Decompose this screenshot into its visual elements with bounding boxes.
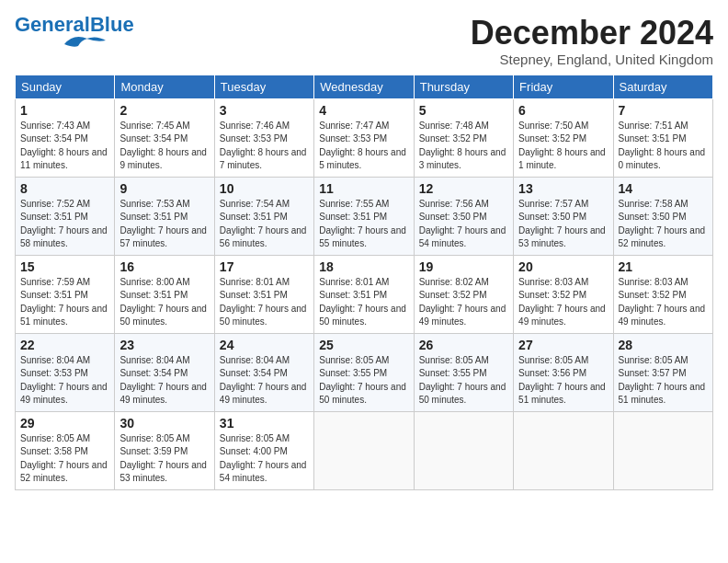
location: Stepney, England, United Kingdom — [471, 52, 713, 67]
day-number: 18 — [319, 259, 408, 274]
header-sunday: Sunday — [16, 75, 115, 98]
table-row: 11 Sunrise: 7:55 AM Sunset: 3:51 PM Dayl… — [314, 177, 414, 255]
table-row: 15 Sunrise: 7:59 AM Sunset: 3:51 PM Dayl… — [16, 255, 115, 333]
day-detail: Sunrise: 8:05 AM Sunset: 4:00 PM Dayligh… — [220, 432, 309, 486]
day-detail: Sunrise: 8:03 AM Sunset: 3:52 PM Dayligh… — [518, 276, 608, 329]
day-detail: Sunrise: 8:04 AM Sunset: 3:53 PM Dayligh… — [20, 354, 109, 408]
table-row: 27 Sunrise: 8:05 AM Sunset: 3:56 PM Dayl… — [514, 333, 613, 411]
calendar-table: Sunday Monday Tuesday Wednesday Thursday… — [15, 75, 713, 490]
day-number: 31 — [220, 416, 309, 431]
calendar-header-row: Sunday Monday Tuesday Wednesday Thursday… — [16, 75, 713, 98]
table-row: 23 Sunrise: 8:04 AM Sunset: 3:54 PM Dayl… — [115, 333, 214, 411]
day-number: 16 — [119, 259, 209, 274]
logo-bird-icon — [55, 31, 110, 54]
day-number: 5 — [419, 103, 508, 118]
calendar-week-row: 15 Sunrise: 7:59 AM Sunset: 3:51 PM Dayl… — [16, 255, 713, 333]
day-detail: Sunrise: 8:05 AM Sunset: 3:57 PM Dayligh… — [619, 354, 708, 408]
table-row: 17 Sunrise: 8:01 AM Sunset: 3:51 PM Dayl… — [214, 255, 313, 333]
day-number: 17 — [220, 259, 309, 274]
table-row — [613, 411, 712, 489]
day-detail: Sunrise: 7:45 AM Sunset: 3:54 PM Dayligh… — [119, 120, 209, 173]
day-number: 23 — [119, 338, 209, 352]
table-row: 30 Sunrise: 8:05 AM Sunset: 3:59 PM Dayl… — [115, 411, 214, 489]
day-detail: Sunrise: 7:51 AM Sunset: 3:51 PM Dayligh… — [619, 120, 708, 173]
table-row: 12 Sunrise: 7:56 AM Sunset: 3:50 PM Dayl… — [414, 177, 513, 255]
day-number: 24 — [220, 338, 309, 352]
day-number: 10 — [220, 181, 309, 196]
day-detail: Sunrise: 8:05 AM Sunset: 3:55 PM Dayligh… — [319, 354, 408, 408]
day-detail: Sunrise: 8:05 AM Sunset: 3:55 PM Dayligh… — [419, 354, 508, 408]
day-detail: Sunrise: 7:59 AM Sunset: 3:51 PM Dayligh… — [20, 276, 109, 329]
table-row: 26 Sunrise: 8:05 AM Sunset: 3:55 PM Dayl… — [414, 333, 513, 411]
calendar-week-row: 22 Sunrise: 8:04 AM Sunset: 3:53 PM Dayl… — [16, 333, 713, 411]
day-number: 29 — [20, 416, 109, 431]
table-row: 19 Sunrise: 8:02 AM Sunset: 3:52 PM Dayl… — [414, 255, 513, 333]
day-number: 13 — [518, 181, 608, 196]
table-row: 9 Sunrise: 7:53 AM Sunset: 3:51 PM Dayli… — [115, 177, 214, 255]
day-number: 30 — [119, 416, 209, 431]
day-number: 15 — [20, 259, 109, 274]
day-number: 11 — [319, 181, 408, 196]
calendar-week-row: 8 Sunrise: 7:52 AM Sunset: 3:51 PM Dayli… — [16, 177, 713, 255]
table-row: 29 Sunrise: 8:05 AM Sunset: 3:58 PM Dayl… — [16, 411, 115, 489]
table-row: 1 Sunrise: 7:43 AM Sunset: 3:54 PM Dayli… — [16, 98, 115, 177]
day-number: 19 — [419, 259, 508, 274]
day-detail: Sunrise: 7:50 AM Sunset: 3:52 PM Dayligh… — [518, 120, 608, 173]
table-row: 13 Sunrise: 7:57 AM Sunset: 3:50 PM Dayl… — [514, 177, 613, 255]
day-number: 4 — [319, 103, 408, 118]
day-number: 25 — [319, 338, 408, 352]
table-row: 28 Sunrise: 8:05 AM Sunset: 3:57 PM Dayl… — [613, 333, 712, 411]
day-detail: Sunrise: 8:04 AM Sunset: 3:54 PM Dayligh… — [220, 354, 309, 408]
day-detail: Sunrise: 7:52 AM Sunset: 3:51 PM Dayligh… — [20, 198, 109, 251]
day-detail: Sunrise: 7:55 AM Sunset: 3:51 PM Dayligh… — [319, 198, 408, 251]
day-detail: Sunrise: 8:05 AM Sunset: 3:59 PM Dayligh… — [119, 432, 209, 486]
header-friday: Friday — [514, 75, 613, 98]
table-row: 31 Sunrise: 8:05 AM Sunset: 4:00 PM Dayl… — [214, 411, 313, 489]
table-row: 2 Sunrise: 7:45 AM Sunset: 3:54 PM Dayli… — [115, 98, 214, 177]
day-detail: Sunrise: 8:03 AM Sunset: 3:52 PM Dayligh… — [619, 276, 708, 329]
header-thursday: Thursday — [414, 75, 513, 98]
header-wednesday: Wednesday — [314, 75, 414, 98]
calendar-week-row: 1 Sunrise: 7:43 AM Sunset: 3:54 PM Dayli… — [16, 98, 713, 177]
day-detail: Sunrise: 8:05 AM Sunset: 3:56 PM Dayligh… — [518, 354, 608, 408]
table-row: 20 Sunrise: 8:03 AM Sunset: 3:52 PM Dayl… — [514, 255, 613, 333]
day-detail: Sunrise: 8:00 AM Sunset: 3:51 PM Dayligh… — [119, 276, 209, 329]
month-title: December 2024 — [471, 15, 713, 52]
day-detail: Sunrise: 7:46 AM Sunset: 3:53 PM Dayligh… — [220, 120, 309, 173]
day-detail: Sunrise: 7:54 AM Sunset: 3:51 PM Dayligh… — [220, 198, 309, 251]
day-detail: Sunrise: 8:01 AM Sunset: 3:51 PM Dayligh… — [319, 276, 408, 329]
day-number: 22 — [20, 338, 109, 352]
header-monday: Monday — [115, 75, 214, 98]
day-number: 26 — [419, 338, 508, 352]
day-number: 20 — [518, 259, 608, 274]
day-detail: Sunrise: 7:47 AM Sunset: 3:53 PM Dayligh… — [319, 120, 408, 173]
table-row: 8 Sunrise: 7:52 AM Sunset: 3:51 PM Dayli… — [16, 177, 115, 255]
table-row: 5 Sunrise: 7:48 AM Sunset: 3:52 PM Dayli… — [414, 98, 513, 177]
day-number: 3 — [220, 103, 309, 118]
table-row: 16 Sunrise: 8:00 AM Sunset: 3:51 PM Dayl… — [115, 255, 214, 333]
title-block: December 2024 Stepney, England, United K… — [471, 15, 713, 67]
day-detail: Sunrise: 7:43 AM Sunset: 3:54 PM Dayligh… — [20, 120, 109, 173]
table-row — [314, 411, 414, 489]
logo: GeneralBlue — [15, 15, 134, 54]
day-number: 7 — [619, 103, 708, 118]
table-row: 6 Sunrise: 7:50 AM Sunset: 3:52 PM Dayli… — [514, 98, 613, 177]
day-number: 14 — [619, 181, 708, 196]
day-number: 27 — [518, 338, 608, 352]
day-number: 21 — [619, 259, 708, 274]
day-detail: Sunrise: 7:57 AM Sunset: 3:50 PM Dayligh… — [518, 198, 608, 251]
table-row: 3 Sunrise: 7:46 AM Sunset: 3:53 PM Dayli… — [214, 98, 313, 177]
day-number: 2 — [119, 103, 209, 118]
day-detail: Sunrise: 8:02 AM Sunset: 3:52 PM Dayligh… — [419, 276, 508, 329]
table-row: 22 Sunrise: 8:04 AM Sunset: 3:53 PM Dayl… — [16, 333, 115, 411]
day-number: 28 — [619, 338, 708, 352]
day-number: 12 — [419, 181, 508, 196]
table-row: 18 Sunrise: 8:01 AM Sunset: 3:51 PM Dayl… — [314, 255, 414, 333]
day-number: 6 — [518, 103, 608, 118]
table-row — [514, 411, 613, 489]
header-saturday: Saturday — [613, 75, 712, 98]
table-row: 14 Sunrise: 7:58 AM Sunset: 3:50 PM Dayl… — [613, 177, 712, 255]
calendar-week-row: 29 Sunrise: 8:05 AM Sunset: 3:58 PM Dayl… — [16, 411, 713, 489]
table-row: 24 Sunrise: 8:04 AM Sunset: 3:54 PM Dayl… — [214, 333, 313, 411]
table-row: 21 Sunrise: 8:03 AM Sunset: 3:52 PM Dayl… — [613, 255, 712, 333]
